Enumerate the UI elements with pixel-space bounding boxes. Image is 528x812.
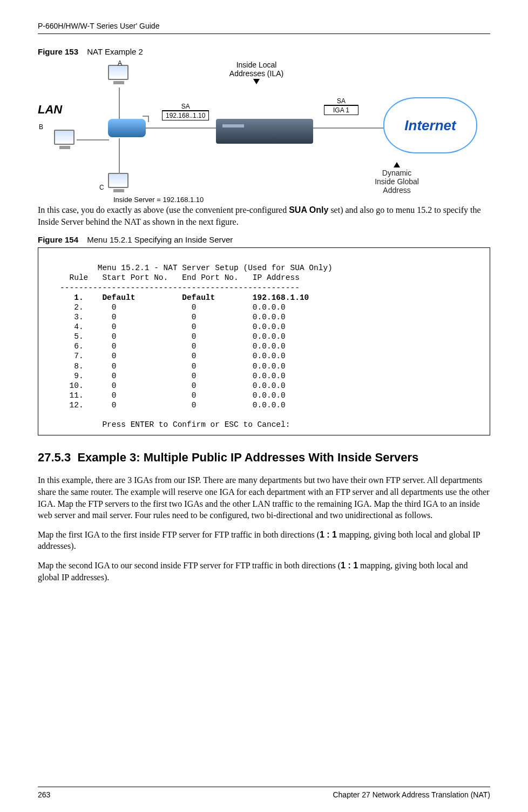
menu-15-2-1-box: Menu 15.2.1 - NAT Server Setup (Used for…	[38, 247, 490, 435]
pc-b-icon	[54, 130, 76, 151]
menu-row-9: 9. 0 0 0.0.0.0	[46, 372, 286, 380]
para3-a: Map the first IGA to the first inside FT…	[38, 530, 320, 539]
menu-title: Menu 15.2.1 - NAT Server Setup (Used for…	[46, 264, 333, 272]
menu-divider: ----------------------------------------…	[46, 284, 300, 292]
menu-row-8: 8. 0 0 0.0.0.0	[46, 362, 286, 371]
wire	[313, 127, 383, 129]
para1-b: SUA Only	[289, 205, 328, 214]
menu-row-10: 10. 0 0 0.0.0.0	[46, 381, 286, 390]
wire	[119, 138, 120, 174]
para4-a: Map the second IGA to our second inside …	[38, 561, 341, 570]
section-27-5-3-heading: 27.5.3 Example 3: Multiple Public IP Add…	[38, 451, 490, 465]
para4-b: 1 : 1	[341, 561, 358, 570]
arrow-up-icon	[394, 162, 400, 167]
figure-153-caption: Figure 153 NAT Example 2	[38, 47, 490, 56]
paragraph-rule-1: Map the first IGA to the first inside FT…	[38, 529, 490, 552]
lan-label: LAN	[38, 103, 62, 117]
nat-example-2-diagram: LAN A B C SA 192.168..1.10 Inside Local …	[38, 59, 480, 194]
menu-footer: Press ENTER to Confirm or ESC to Cancel:	[46, 420, 290, 429]
menu-row-12: 12. 0 0 0.0.0.0	[46, 401, 286, 410]
pc-c-icon	[108, 173, 130, 194]
menu-row-11: 11. 0 0 0.0.0.0	[46, 391, 286, 400]
ila-text: Inside Local Addresses (ILA)	[216, 61, 297, 78]
running-header: P-660H/HW/W-T Series User' Guide	[38, 22, 490, 34]
pc-b-label: B	[39, 123, 43, 131]
gateway-device-icon	[216, 119, 313, 144]
inside-server-label: Inside Server = 192.168.1.10	[113, 196, 204, 204]
paragraph-intro: In this case, you do exactly as above (u…	[38, 204, 490, 227]
page-number: 263	[38, 790, 50, 799]
paragraph-rule-2: Map the second IGA to our second inside …	[38, 560, 490, 583]
figure-154-caption: Figure 154 Menu 15.2.1 Specifying an Ins…	[38, 235, 490, 244]
internet-label: Internet	[404, 117, 456, 134]
pc-a-icon	[108, 65, 130, 86]
paragraph-example-intro: In this example, there are 3 IGAs from o…	[38, 474, 490, 521]
internet-cloud-icon: Internet	[383, 97, 477, 153]
menu-row-5: 5. 0 0 0.0.0.0	[46, 332, 286, 341]
section-title: Example 3: Multiple Public IP Addresses …	[77, 451, 418, 464]
sa-box-lan: SA 192.168..1.10	[162, 103, 209, 120]
wire	[146, 127, 216, 129]
menu-row-3: 3. 0 0 0.0.0.0	[46, 313, 286, 321]
figure-154-label: Figure 154	[38, 235, 78, 244]
para1-a: In this case, you do exactly as above (u…	[38, 205, 289, 214]
arrow-down-icon	[253, 79, 260, 84]
section-number: 27.5.3	[38, 451, 71, 464]
dynamic-iga-label: Dynamic Inside Global Address	[356, 162, 437, 194]
sa-box-wan-value: IGA 1	[324, 105, 358, 115]
sa-box-wan: SA IGA 1	[324, 97, 358, 115]
dynamic-iga-text: Dynamic Inside Global Address	[356, 169, 437, 194]
router-icon	[108, 119, 146, 137]
figure-153-title: NAT Example 2	[87, 47, 143, 56]
page-footer: 263 Chapter 27 Network Address Translati…	[38, 787, 490, 799]
menu-row-6: 6. 0 0 0.0.0.0	[46, 342, 286, 351]
para3-b: 1 : 1	[320, 530, 337, 539]
sa-box-wan-title: SA	[324, 97, 358, 105]
figure-154-title: Menu 15.2.1 Specifying an Inside Server	[87, 235, 233, 244]
menu-row-2: 2. 0 0 0.0.0.0	[46, 303, 286, 312]
menu-row-4: 4. 0 0 0.0.0.0	[46, 323, 286, 331]
chapter-title: Chapter 27 Network Address Translation (…	[333, 790, 490, 799]
pc-a-label: A	[118, 59, 122, 67]
figure-153-label: Figure 153	[38, 47, 78, 56]
ila-label: Inside Local Addresses (ILA)	[216, 61, 297, 84]
sa-box-lan-value: 192.168..1.10	[162, 111, 209, 120]
page: P-660H/HW/W-T Series User' Guide Figure …	[0, 0, 528, 812]
menu-row-1: 1. Default Default 192.168.1.10	[46, 293, 309, 302]
wire	[119, 88, 120, 120]
pc-c-label: C	[99, 184, 104, 191]
menu-row-7: 7. 0 0 0.0.0.0	[46, 352, 286, 360]
sa-box-lan-title: SA	[162, 103, 209, 111]
wire	[77, 139, 109, 140]
menu-header: Rule Start Port No. End Port No. IP Addr…	[46, 273, 300, 282]
